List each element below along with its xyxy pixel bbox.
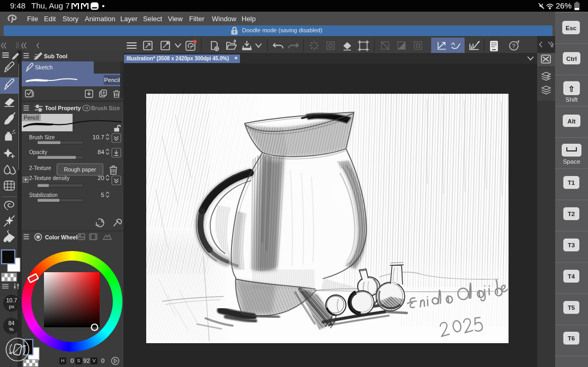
svg-text:Rough paper: Rough paper [64,166,96,173]
svg-text:5: 5 [101,192,104,198]
svg-text:Brush Size: Brush Size [91,105,120,111]
svg-text:Tool Property: Tool Property [45,105,81,111]
svg-text:?: ? [512,43,515,49]
svg-text:Sub Tool: Sub Tool [44,53,67,59]
svg-text:84: 84 [8,320,15,326]
svg-text:Color Wheel: Color Wheel [45,234,77,240]
svg-text:84: 84 [97,149,104,155]
svg-text:Stabilization: Stabilization [29,192,58,198]
svg-text:px: px [9,303,14,309]
svg-text:Brush Size: Brush Size [29,135,55,140]
svg-text:10.7: 10.7 [6,297,17,303]
svg-text:Opacity: Opacity [29,149,47,155]
svg-text:20: 20 [97,175,104,181]
svg-text:10.7: 10.7 [93,134,104,140]
svg-text:%: % [9,326,14,332]
svg-text:2-Texture density: 2-Texture density [29,175,69,181]
svg-text:2-Texture: 2-Texture [29,165,51,171]
